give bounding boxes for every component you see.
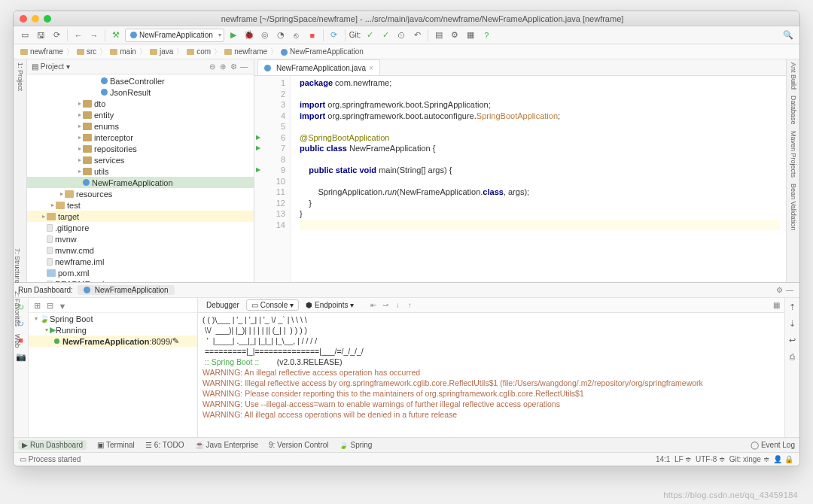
crumb[interactable]: NewFrameApplication xyxy=(279,47,366,56)
run-tree[interactable]: ⊞ ⊟ ▼ ▾🍃 Spring Boot ▾▶ Running NewFrame… xyxy=(29,298,198,437)
memory-icon[interactable]: 🔒 xyxy=(784,455,793,463)
tree-item[interactable]: pom.xml xyxy=(27,267,254,278)
sidebar-tool-bean[interactable]: Bean Validation xyxy=(790,184,797,230)
inspection-icon[interactable]: 👤 xyxy=(773,455,782,463)
stop-icon[interactable]: ■ xyxy=(306,29,319,42)
crumb[interactable]: newframe xyxy=(222,47,269,56)
expand-icon[interactable]: ⊕ xyxy=(218,62,228,72)
tree-item[interactable]: ▸entity xyxy=(27,109,254,120)
hide-panel-icon[interactable]: — xyxy=(239,62,249,72)
sidebar-tool-maven[interactable]: Maven Projects xyxy=(790,131,797,178)
tree-item[interactable]: mvnw xyxy=(27,233,254,244)
tree-item[interactable]: ▸test xyxy=(27,199,254,211)
save-icon[interactable]: 🖫 xyxy=(34,29,47,42)
minimize-window-button[interactable] xyxy=(32,15,39,23)
camera-icon[interactable]: 📷 xyxy=(14,350,28,363)
debug-icon[interactable]: 🐞 xyxy=(242,29,256,42)
tree-item[interactable]: BaseController xyxy=(27,75,254,87)
crumb[interactable]: newframe xyxy=(18,47,65,56)
step-over-icon[interactable]: ⤻ xyxy=(380,300,391,311)
project-tree[interactable]: BaseControllerJsonResult▸dto▸entity▸enum… xyxy=(27,74,254,282)
tree-item[interactable]: NewFrameApplication xyxy=(27,177,254,188)
sidebar-tool-project[interactable]: 1: Project xyxy=(17,62,24,91)
sidebar-tool-favorites[interactable]: 2: Favorites xyxy=(14,291,21,326)
print-icon[interactable]: ⎙ xyxy=(786,350,799,363)
tab-endpoints[interactable]: ⬢ Endpoints ▾ xyxy=(300,299,359,311)
attach-icon[interactable]: ⎋ xyxy=(290,29,303,42)
run-icon[interactable]: ▶ xyxy=(227,29,240,42)
soft-wrap-icon[interactable]: ↩ xyxy=(786,333,799,347)
run-config-combo[interactable]: NewFrameApplication xyxy=(125,29,224,42)
ide-settings-icon[interactable]: ⚙ xyxy=(448,29,461,42)
crumb[interactable]: src xyxy=(75,47,99,56)
line-separator[interactable]: LF ≑ xyxy=(674,455,691,463)
ide-more-icon[interactable]: ▦ xyxy=(464,29,477,42)
ide-services-icon[interactable]: ⟳ xyxy=(327,29,341,42)
sidebar-tool-structure[interactable]: 7: Structure xyxy=(14,248,21,284)
ide-help-icon[interactable]: ? xyxy=(480,29,493,42)
console-output[interactable]: ( ( )\___ | '_ | '_| | '_ \/ _` | \ \ \ … xyxy=(198,313,784,437)
tree-item[interactable]: ▸interceptor xyxy=(27,132,254,143)
vcs-revert-icon[interactable]: ↶ xyxy=(410,29,424,42)
vcs-history-icon[interactable]: ⏲ xyxy=(394,29,408,42)
expand-all-icon[interactable]: ⊞ xyxy=(32,301,42,311)
tree-item[interactable]: newframe.iml xyxy=(27,256,254,267)
tree-item[interactable]: .gitignore xyxy=(27,222,254,233)
git-branch[interactable]: Git: xinge ≑ xyxy=(729,455,769,463)
gear-icon[interactable]: ⚙ xyxy=(774,285,784,296)
sidebar-tool-ant[interactable]: Ant Build xyxy=(790,62,797,90)
collapse-icon[interactable]: ⊖ xyxy=(207,62,218,72)
build-icon[interactable]: ⚒ xyxy=(109,29,123,42)
sidebar-tool-web[interactable]: Web xyxy=(14,334,21,348)
scroll-bottom-icon[interactable]: ⇣ xyxy=(786,317,799,330)
bottom-tab-todo[interactable]: ☰ 6: TODO xyxy=(145,441,184,449)
tree-item[interactable]: ▸enums xyxy=(27,120,254,132)
gear-icon[interactable]: ⚙ xyxy=(228,62,239,72)
maximize-window-button[interactable] xyxy=(44,15,51,23)
tree-item[interactable]: mvnw.cmd xyxy=(27,244,254,256)
tree-item[interactable]: ▸resources xyxy=(27,188,254,199)
filter-icon[interactable]: ▼ xyxy=(57,301,68,311)
vcs-commit-icon[interactable]: ✓ xyxy=(379,29,392,42)
hide-panel-icon[interactable]: — xyxy=(784,285,795,296)
tree-item[interactable]: ▸target xyxy=(27,211,254,222)
sidebar-tool-database[interactable]: Database xyxy=(790,96,797,125)
bottom-tab-terminal[interactable]: ▣ Terminal xyxy=(97,441,135,449)
search-everywhere-icon[interactable]: 🔍 xyxy=(781,29,795,42)
code-editor[interactable]: 12345▶6▶78▶91011121314 package com.newfr… xyxy=(254,76,786,282)
back-icon[interactable]: ← xyxy=(72,29,85,42)
bottom-tab-vcs[interactable]: 9: Version Control xyxy=(269,441,329,449)
close-tab-icon[interactable]: × xyxy=(369,64,373,72)
layout-icon[interactable]: ▦ xyxy=(771,300,781,311)
bottom-tab-event-log[interactable]: ◯ Event Log xyxy=(751,441,795,449)
tree-item[interactable]: JsonResult xyxy=(27,87,254,98)
tree-item[interactable]: ▸services xyxy=(27,154,254,165)
run-dashboard-tab[interactable]: NewFrameApplication xyxy=(78,285,175,295)
coverage-icon[interactable]: ◎ xyxy=(258,29,272,42)
bottom-tab-java-ee[interactable]: ☕ Java Enterprise xyxy=(195,441,258,449)
step-into-icon[interactable]: ↓ xyxy=(392,300,403,311)
tab-debugger[interactable]: Debugger xyxy=(201,299,245,311)
open-icon[interactable]: ▭ xyxy=(18,29,32,42)
file-encoding[interactable]: UTF-8 ≑ xyxy=(696,455,725,463)
structure-icon[interactable]: ▤ xyxy=(432,29,446,42)
crumb[interactable]: com xyxy=(184,47,213,56)
bottom-tab-spring[interactable]: 🍃 Spring xyxy=(339,441,372,449)
vcs-update-icon[interactable]: ✓ xyxy=(363,29,376,42)
editor-tab[interactable]: NewFrameApplication.java× xyxy=(257,59,380,75)
collapse-all-icon[interactable]: ⊟ xyxy=(44,301,55,311)
step-icon[interactable]: ⇤ xyxy=(368,300,379,311)
refresh-icon[interactable]: ⟳ xyxy=(50,29,63,42)
tree-item[interactable]: ▸repositories xyxy=(27,143,254,154)
bottom-tab-run-dashboard[interactable]: ▶ Run Dashboard xyxy=(18,440,87,450)
scroll-top-icon[interactable]: ⇡ xyxy=(786,300,799,314)
tree-item[interactable]: ▸dto xyxy=(27,98,254,109)
tree-item[interactable]: ▸utils xyxy=(27,165,254,177)
profile-icon[interactable]: ◔ xyxy=(274,29,288,42)
crumb[interactable]: main xyxy=(108,47,139,56)
caret-position[interactable]: 14:1 xyxy=(656,455,670,463)
close-window-button[interactable] xyxy=(20,15,27,23)
step-out-icon[interactable]: ↑ xyxy=(404,300,415,311)
forward-icon[interactable]: → xyxy=(87,29,101,42)
tab-console[interactable]: ▭ Console ▾ xyxy=(246,299,299,311)
